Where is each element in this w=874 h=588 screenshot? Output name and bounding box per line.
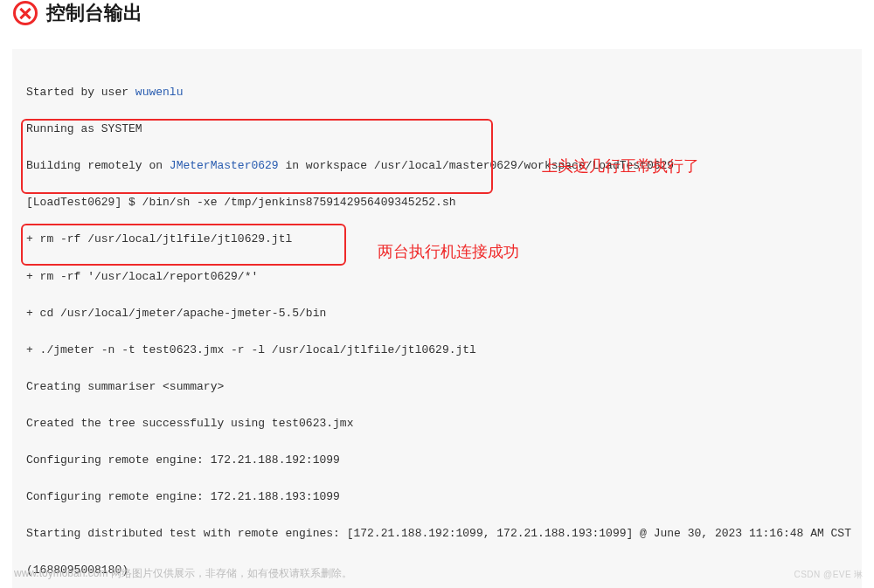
- console-header: 控制台输出: [0, 0, 874, 37]
- page-title: 控制台输出: [46, 0, 142, 26]
- console-line: [LoadTest0629] $ /bin/sh -xe /tmp/jenkin…: [26, 193, 848, 211]
- user-link[interactable]: wuwenlu: [135, 86, 184, 99]
- console-line: Created the tree successfully using test…: [26, 414, 848, 432]
- console-line: Running as SYSTEM: [26, 120, 848, 138]
- annotation-commands: 上头这几行正常执行了: [542, 154, 699, 179]
- console-line: Configuring remote engine: 172.21.188.19…: [26, 451, 848, 469]
- console-line: Configuring remote engine: 172.21.188.19…: [26, 488, 848, 506]
- watermark-left: www.toymoban.com 网络图片仅供展示，非存储，如有侵权请联系删除。: [14, 566, 352, 581]
- console-line: Started by user wuwenlu: [26, 83, 848, 101]
- console-line: + ./jmeter -n -t test0623.jmx -r -l /usr…: [26, 341, 848, 359]
- annotation-engines: 两台执行机连接成功: [378, 239, 519, 265]
- console-line: Building remotely on JMeterMaster0629 in…: [26, 156, 848, 175]
- console-line: + rm -rf '/usr/local/report0629/*': [26, 267, 848, 286]
- error-status-icon: [13, 1, 38, 25]
- console-output: Started by user wuwenlu Running as SYSTE…: [12, 49, 862, 588]
- host-link[interactable]: JMeterMaster0629: [170, 159, 279, 172]
- console-line: Creating summariser <summary>: [26, 377, 848, 396]
- console-line: + cd /usr/local/jmeter/apache-jmeter-5.5…: [26, 304, 848, 322]
- console-line: Starting distributed test with remote en…: [26, 524, 848, 543]
- watermark-right: CSDN @EVE 琳: [794, 569, 864, 581]
